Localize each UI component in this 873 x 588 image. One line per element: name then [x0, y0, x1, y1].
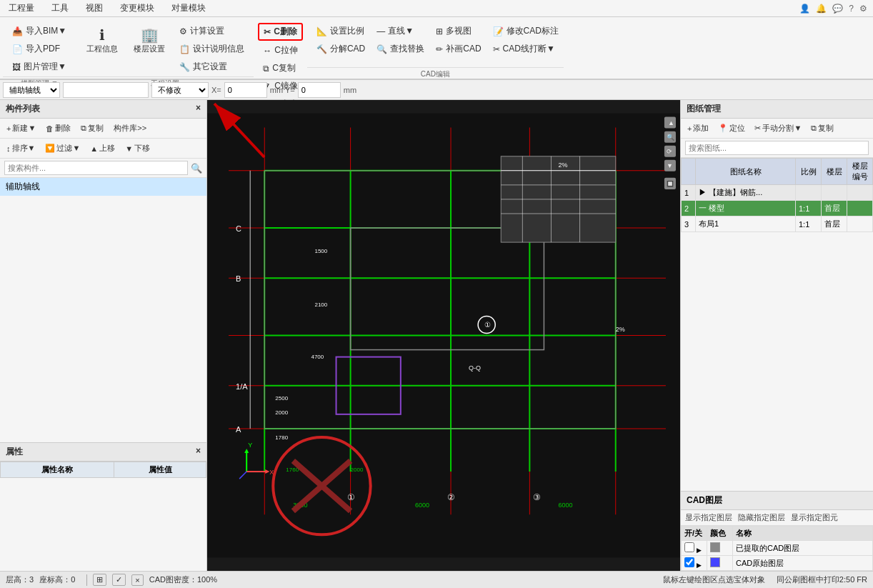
row3-floornum — [847, 216, 873, 232]
calc-settings-button[interactable]: ⚙ 计算设置 — [174, 23, 249, 39]
row3-id: 3 — [682, 216, 696, 232]
manual-split-button[interactable]: ✂ 手动分割▼ — [751, 121, 805, 136]
chat-icon[interactable]: 💬 — [832, 4, 843, 14]
other-settings-button[interactable]: 🔧 其它设置 — [174, 59, 249, 75]
move-up-button[interactable]: ▲ 上移 — [86, 141, 119, 156]
move-down-button[interactable]: ▼ 下移 — [121, 141, 154, 156]
new-icon: + — [6, 124, 11, 133]
floor-settings-button[interactable]: 🏢 楼层设置 — [127, 23, 171, 58]
c-copy-button[interactable]: ⧉ C复制 — [258, 60, 301, 76]
drawings-search-input[interactable] — [685, 141, 869, 155]
menu-engineering[interactable]: 工程量 — [6, 1, 37, 16]
col-color: 颜色 — [707, 527, 733, 541]
line-button[interactable]: — 直线▼ — [371, 23, 419, 39]
menu-bar: 工程量 工具 视图 变更模块 对量模块 👤 🔔 💬 ? ⚙ — [0, 0, 873, 17]
drawing-row-1[interactable]: 1 ▶ 【建施】钢筋... — [682, 185, 873, 201]
floor-height-label: 层高：3 — [6, 574, 34, 585]
layer2-expand-icon[interactable]: ▶ — [697, 562, 702, 569]
image-manage-button[interactable]: 🖼 图片管理▼ — [7, 59, 71, 75]
help-icon[interactable]: ? — [849, 4, 854, 14]
drawing-row-2[interactable]: 2 一 楼型 1:1 首层 — [682, 201, 873, 216]
col-ratio: 比例 — [796, 159, 822, 185]
filter-button[interactable]: 🔽 过滤▼ — [41, 141, 84, 156]
multi-view-button[interactable]: ⊞ 多视图 — [431, 23, 477, 39]
canvas-area[interactable]: C B 1/A A ① ② ③ 3300 6000 6000 1760 2000… — [207, 100, 680, 571]
components-close[interactable]: × — [196, 103, 201, 115]
prop-name-header: 属性名称 — [1, 462, 114, 478]
c-stretch-button[interactable]: ↔ C拉伸 — [258, 42, 303, 59]
ribbon: 📥 导入BIM▼ 📄 导入PDF 🖼 图片管理▼ 模型管理 ▼ ℹ 工程信息 — [0, 17, 873, 80]
project-info-button[interactable]: ℹ 工程信息 — [80, 23, 124, 58]
svg-text:⟳: ⟳ — [667, 148, 672, 155]
component-select[interactable]: 辅助轴线 — [3, 82, 60, 98]
row2-id: 2 — [682, 201, 696, 216]
delete-component-button[interactable]: 🗑 删除 — [42, 121, 74, 136]
layer2-toggle[interactable]: ▶ — [682, 556, 707, 571]
secondary-select[interactable] — [63, 82, 149, 98]
y-input[interactable] — [298, 82, 341, 98]
layer1-checkbox[interactable] — [684, 542, 694, 552]
svg-text:2100: 2100 — [314, 302, 327, 308]
import-bim-icon: 📥 — [12, 26, 23, 36]
project-info-icon: ℹ — [99, 26, 105, 44]
layer1-toggle[interactable]: ▶ — [682, 541, 707, 556]
select-mode-button[interactable]: ✓ — [112, 574, 126, 586]
modify-cad-note-button[interactable]: 📝 修改CAD标注 — [488, 23, 564, 39]
cad-break-button[interactable]: ✂ CAD线打断▼ — [488, 41, 560, 57]
cad-canvas[interactable]: C B 1/A A ① ② ③ 3300 6000 6000 1760 2000… — [207, 100, 680, 571]
new-button[interactable]: + 新建▼ — [3, 121, 39, 136]
layer2-checkbox[interactable] — [684, 557, 694, 567]
svg-text:1780: 1780 — [275, 434, 288, 441]
svg-text:2000: 2000 — [351, 467, 364, 473]
locate-drawing-button[interactable]: 📍 定位 — [714, 121, 749, 136]
view-mode-button[interactable]: ⊞ — [93, 574, 106, 586]
scale-icon: 📐 — [316, 26, 327, 36]
cad-layers-actions: 显示指定图层 隐藏指定图层 显示指定图元 — [681, 510, 873, 526]
sort-button[interactable]: ↕ 排序▼ — [3, 141, 39, 156]
svg-text:1500: 1500 — [314, 248, 327, 254]
menu-quantity[interactable]: 对量模块 — [169, 1, 209, 16]
copy-drawing-button[interactable]: ⧉ 复制 — [807, 121, 837, 136]
properties-close[interactable]: × — [196, 446, 201, 458]
row2-name: 一 楼型 — [696, 201, 796, 216]
library-button[interactable]: 构件库>> — [110, 121, 150, 136]
layer2-color — [707, 556, 733, 571]
drawing-row-3[interactable]: 3 布局1 1:1 首层 — [682, 216, 873, 232]
design-desc-button[interactable]: 📋 设计说明信息 — [174, 41, 249, 57]
svg-text:2%: 2% — [616, 326, 625, 333]
user-icon[interactable]: 👤 — [799, 4, 810, 14]
add-drawing-button[interactable]: + 添加 — [684, 121, 712, 136]
locate-icon: 📍 — [718, 124, 728, 133]
prop-value-header: 属性值 — [114, 462, 206, 478]
show-layer-button[interactable]: 显示指定图层 — [685, 512, 732, 523]
import-bim-button[interactable]: 📥 导入BIM▼ — [7, 23, 71, 39]
modify-select[interactable]: 不修改 — [151, 82, 209, 98]
menu-change[interactable]: 变更模块 — [117, 1, 157, 16]
import-pdf-button[interactable]: 📄 导入PDF — [7, 41, 65, 57]
search-icon[interactable]: 🔍 — [191, 163, 202, 174]
coord-label: 座标高：0 — [39, 574, 75, 585]
menu-view[interactable]: 视图 — [83, 1, 106, 16]
svg-text:🔲: 🔲 — [667, 180, 674, 187]
draw-cad-button[interactable]: ✏ 补画CAD — [431, 41, 486, 57]
decompose-cad-button[interactable]: 🔨 分解CAD — [311, 41, 370, 57]
search-input[interactable] — [4, 161, 188, 175]
c-delete-button[interactable]: ✂ C删除 — [258, 23, 303, 41]
x-input[interactable] — [224, 82, 267, 98]
find-replace-button[interactable]: 🔍 查找替换 — [371, 41, 429, 57]
settings-icon[interactable]: ⚙ — [859, 4, 867, 14]
cad-layers-header: CAD图层 — [681, 492, 873, 510]
tree-item-axis[interactable]: 辅助轴线 — [0, 178, 206, 196]
components-title: 构件列表 — [6, 103, 40, 115]
set-scale-button[interactable]: 📐 设置比例 — [311, 23, 369, 39]
menu-tools[interactable]: 工具 — [49, 1, 71, 16]
hide-layer-button[interactable]: 隐藏指定图层 — [738, 512, 785, 523]
standard-select-button[interactable]: × — [131, 574, 143, 586]
copy-component-button[interactable]: ⧉ 复制 — [77, 121, 107, 136]
show-element-button[interactable]: 显示指定图元 — [791, 512, 838, 523]
layer1-expand-icon[interactable]: ▶ — [697, 547, 702, 554]
notification-icon[interactable]: 🔔 — [816, 4, 827, 14]
command-bar: 辅助轴线 不修改 X= mm Y= mm — [0, 80, 873, 100]
row1-name: ▶ 【建施】钢筋... — [696, 185, 796, 201]
layer1-color — [707, 541, 733, 556]
